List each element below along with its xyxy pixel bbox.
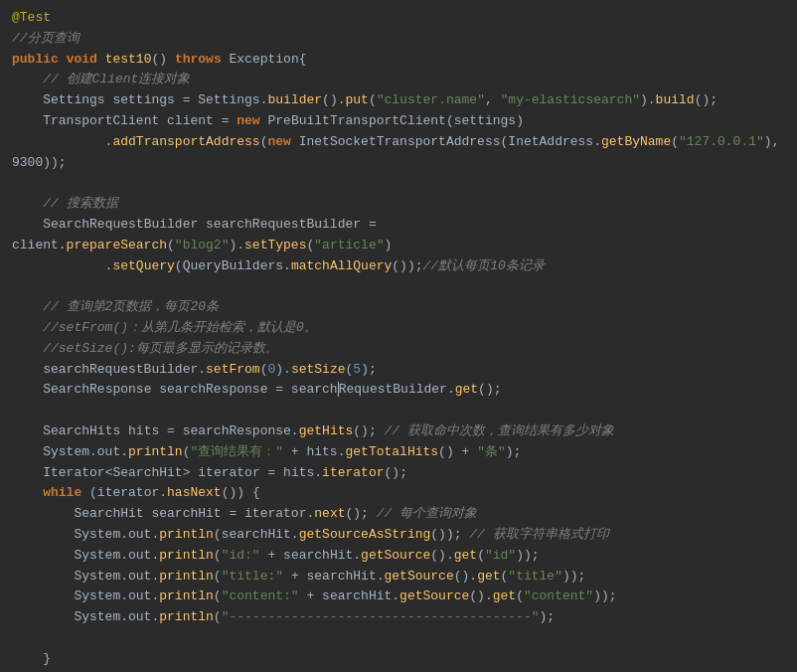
method-gethits: getHits xyxy=(299,423,354,438)
class-settings: Settings xyxy=(43,92,104,107)
method-matchallquery: matchAllQuery xyxy=(291,258,392,273)
code-line-18: searchRequestBuilder.setFrom(0).setSize(… xyxy=(0,360,797,381)
code-line-1: @Test xyxy=(0,8,797,29)
comment-client: // 创建Client连接对象 xyxy=(12,72,190,86)
comment-pagination: //分页查询 xyxy=(12,31,80,46)
kw-new: new xyxy=(237,113,259,128)
method-setfrom: setFrom xyxy=(206,362,260,377)
comment-setsize: //setSize():每页最多显示的记录数。 xyxy=(12,341,278,356)
class-searchrequestbuilder: SearchRequestBuilder xyxy=(43,217,198,232)
code-line-3: public void test10() throws Exception{ xyxy=(0,50,797,71)
method-setquery: setQuery xyxy=(112,258,174,273)
kw-new2: new xyxy=(267,134,290,149)
class-settings2: Settings xyxy=(198,92,259,107)
kw-while: while xyxy=(43,485,81,500)
comment-each-hit: // 每个查询对象 xyxy=(377,506,477,521)
str-article: "article" xyxy=(314,238,384,252)
comment-page2: // 查询第2页数据，每页20条 xyxy=(12,299,219,314)
method-getbyname: getByName xyxy=(601,134,671,149)
code-line-19: SearchResponse searchResponse = searchRe… xyxy=(0,380,797,401)
class-querybuilders: QueryBuilders xyxy=(183,258,283,273)
method-test10: test10 xyxy=(105,52,152,67)
str-separator: "---------------------------------------… xyxy=(222,609,540,624)
str-blog2: "blog2" xyxy=(175,238,230,252)
comment-default10: //默认每页10条记录 xyxy=(423,258,545,273)
class-prebuilt: PreBuiltTransportClient xyxy=(267,113,445,128)
comment-setfrom: //setFrom()：从第几条开始检索，默认是0。 xyxy=(12,320,317,335)
method-hasnext: hasNext xyxy=(167,485,222,500)
code-line-5: Settings settings = Settings.builder().p… xyxy=(0,90,797,111)
method-settypes: setTypes xyxy=(244,238,306,252)
method-getsource1: getSource xyxy=(361,548,430,563)
code-line-2: //分页查询 xyxy=(0,29,797,50)
code-line-11: SearchRequestBuilder searchRequestBuilde… xyxy=(0,215,797,236)
method-put: put xyxy=(346,92,369,107)
code-line-10: // 搜索数据 xyxy=(0,194,797,215)
kw-public: public xyxy=(12,52,59,67)
str-tiao: "条" xyxy=(477,444,506,459)
code-line-26: System.out.println(searchHit.getSourceAs… xyxy=(0,525,797,546)
method-get-content: get xyxy=(493,588,516,603)
code-line-23: Iterator<SearchHit> iterator = hits.iter… xyxy=(0,463,797,484)
comment-gethits: // 获取命中次数，查询结果有多少对象 xyxy=(385,423,614,438)
method-get-title: get xyxy=(477,569,500,584)
method-next: next xyxy=(314,506,345,521)
method-println2: println xyxy=(159,527,214,542)
method-println6: println xyxy=(159,609,214,624)
str-title-key: "title" xyxy=(508,569,562,584)
class-inetaddress: InetAddress xyxy=(508,134,593,149)
method-getsource3: getSource xyxy=(399,588,469,603)
class-inetsocket: InetSocketTransportAddress xyxy=(299,134,501,149)
method-preparesearch: prepareSearch xyxy=(67,238,167,252)
method-builder: builder xyxy=(268,92,323,107)
code-line-25: SearchHit searchHit = iterator.next(); /… xyxy=(0,504,797,525)
method-gettotalhits: getTotalHits xyxy=(345,444,438,459)
str-id: "id:" xyxy=(222,548,260,563)
code-line-28: System.out.println("title:" + searchHit.… xyxy=(0,567,797,588)
code-line-16: //setFrom()：从第几条开始检索，默认是0。 xyxy=(0,318,797,339)
method-build: build xyxy=(656,92,695,107)
str-my-elasticsearch: "my-elasticsearch" xyxy=(501,92,640,107)
str-127001: "127.0.0.1" xyxy=(679,134,764,149)
method-addtransport: addTransportAddress xyxy=(112,134,259,149)
code-line-29: System.out.println("content:" + searchHi… xyxy=(0,587,797,607)
code-line-24: while (iterator.hasNext()) { xyxy=(0,483,797,504)
str-content-key: "content" xyxy=(524,588,593,603)
str-cluster-name: "cluster.name" xyxy=(377,92,485,107)
annotation-test: @Test xyxy=(12,10,51,25)
kw-throws: throws xyxy=(175,52,222,67)
code-line-32: } xyxy=(0,649,797,670)
str-query-result: "查询结果有：" xyxy=(190,444,283,459)
method-getsource2: getSource xyxy=(385,569,454,584)
method-getsourceasstring: getSourceAsString xyxy=(299,527,431,542)
kw-void: void xyxy=(67,52,97,67)
code-line-6: TransportClient client = new PreBuiltTra… xyxy=(0,111,797,132)
method-println5: println xyxy=(159,588,214,603)
class-transportclient: TransportClient xyxy=(43,113,159,128)
code-line-7: .addTransportAddress(new InetSocketTrans… xyxy=(0,132,797,153)
comment-search: // 搜索数据 xyxy=(12,196,118,211)
class-searchhits: SearchHits xyxy=(43,423,120,438)
method-setsize: setSize xyxy=(291,362,346,377)
code-line-4: // 创建Client连接对象 xyxy=(0,70,797,90)
code-line-27: System.out.println("id:" + searchHit.get… xyxy=(0,546,797,567)
code-line-20 xyxy=(0,401,797,421)
code-line-31 xyxy=(0,628,797,649)
code-line-15: // 查询第2页数据，每页20条 xyxy=(0,297,797,318)
class-searchhit: SearchHit xyxy=(112,465,182,480)
code-line-14 xyxy=(0,276,797,297)
str-title: "title:" xyxy=(222,569,283,584)
method-println3: println xyxy=(159,548,214,563)
code-line-8: 9300)); xyxy=(0,153,797,174)
method-println4: println xyxy=(159,569,214,584)
code-line-17: //setSize():每页最多显示的记录数。 xyxy=(0,339,797,360)
class-searchhit2: SearchHit xyxy=(74,506,143,521)
method-println1: println xyxy=(128,444,183,459)
str-content: "content:" xyxy=(222,588,299,603)
code-line-13: .setQuery(QueryBuilders.matchAllQuery())… xyxy=(0,256,797,277)
str-id-key: "id" xyxy=(485,548,516,563)
comment-getstring: // 获取字符串格式打印 xyxy=(469,527,608,542)
code-line-9 xyxy=(0,173,797,194)
code-line-30: System.out.println("--------------------… xyxy=(0,607,797,628)
method-get: get xyxy=(455,382,478,397)
